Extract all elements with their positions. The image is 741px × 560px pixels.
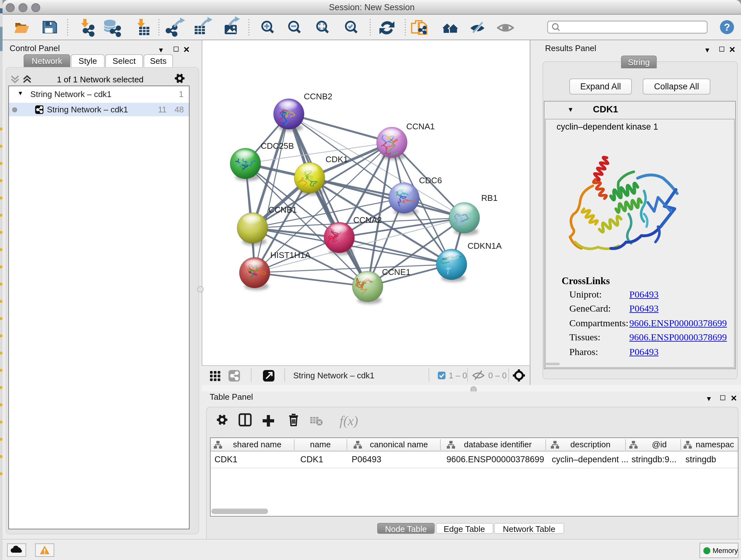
svg-text:stringdb:9...: stringdb:9... <box>631 454 677 464</box>
svg-text:CCNA1: CCNA1 <box>406 122 434 131</box>
svg-text:CDC6: CDC6 <box>419 176 442 185</box>
svg-text:stringdb: stringdb <box>685 454 716 464</box>
svg-text:HIST1H1A: HIST1H1A <box>270 250 311 260</box>
svg-text:9606.ENSP00000378699: 9606.ENSP00000378699 <box>447 454 544 464</box>
svg-text:CCNA2: CCNA2 <box>353 215 381 225</box>
svg-text:CDC25B: CDC25B <box>260 141 293 151</box>
svg-text:CCNE1: CCNE1 <box>382 267 410 277</box>
svg-text:@id: @id <box>652 439 667 449</box>
svg-text:CDK1: CDK1 <box>214 454 238 464</box>
svg-text:CDK1: CDK1 <box>300 454 323 464</box>
svg-text:1 – 0: 1 – 0 <box>448 371 467 380</box>
svg-text:RB1: RB1 <box>481 193 497 203</box>
svg-text:CCNB1: CCNB1 <box>268 205 296 214</box>
svg-text:0 – 0: 0 – 0 <box>488 371 507 380</box>
svg-text:shared name: shared name <box>233 439 281 449</box>
svg-text:CDKN1A: CDKN1A <box>467 241 501 251</box>
svg-text:String Network – cdk1: String Network – cdk1 <box>293 371 374 380</box>
svg-text:description: description <box>570 439 610 449</box>
svg-text:cyclin–dependent ...: cyclin–dependent ... <box>552 454 628 464</box>
svg-text:f(x): f(x) <box>339 414 358 428</box>
svg-text:CDK1: CDK1 <box>325 154 347 164</box>
svg-text:?: ? <box>724 21 730 33</box>
svg-text:name: name <box>310 439 331 449</box>
svg-text:CCNB2: CCNB2 <box>304 91 332 101</box>
svg-text:database identifier: database identifier <box>464 439 532 449</box>
svg-text:namespac: namespac <box>696 439 734 449</box>
svg-text:P06493: P06493 <box>352 454 381 464</box>
svg-text:canonical name: canonical name <box>370 439 428 449</box>
